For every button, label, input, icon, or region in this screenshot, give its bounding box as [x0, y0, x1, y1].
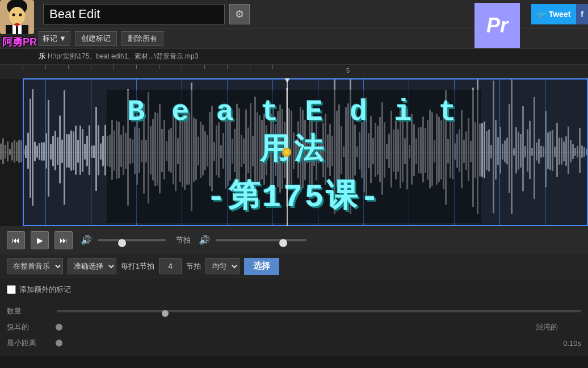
- bottom-section: 数量 悦耳的 混沌的 最小距离 0.10s: [0, 301, 588, 356]
- min-distance-row: 最小距离 0.10s: [7, 338, 581, 348]
- title-input[interactable]: [43, 4, 225, 24]
- mode2-dropdown[interactable]: 准确选择 模糊选择: [68, 258, 116, 274]
- skip-forward-button[interactable]: ⏭: [54, 231, 73, 249]
- beats-per-label: 每打1节拍: [121, 261, 154, 271]
- avatar-image: [0, 0, 34, 34]
- overlay-title: B e a t E d i t用法 -第175课-: [107, 90, 481, 223]
- extra-markers-label: 添加额外的标记: [19, 285, 71, 295]
- premiere-logo: Pr: [474, 3, 520, 48]
- beat-slider[interactable]: [216, 239, 306, 241]
- delete-all-button[interactable]: 删除所有: [121, 31, 163, 46]
- svg-point-2: [9, 7, 25, 25]
- filepath-text: H:\pr实例\175、beat edit\1、素材...\背景音乐.mp3: [48, 52, 198, 61]
- count-slider[interactable]: [57, 310, 581, 312]
- play-button[interactable]: ▶: [31, 231, 49, 249]
- min-distance-label: 最小距离: [7, 338, 52, 348]
- min-distance-dot[interactable]: [56, 340, 62, 346]
- count-slider-row: 数量: [7, 303, 581, 319]
- volume-icon: 🔊: [81, 235, 92, 245]
- beat-volume-icon: 🔊: [199, 235, 210, 245]
- select-button[interactable]: 选择: [244, 258, 279, 275]
- beat-label: 节拍: [176, 235, 191, 245]
- social-area: 🐦 Tweet f: [531, 0, 588, 28]
- beat-dot: [282, 148, 291, 157]
- tweet-button[interactable]: 🐦 Tweet: [531, 4, 577, 24]
- beat-marker: [91, 78, 91, 226]
- checkbox-area: 添加额外的标记: [7, 285, 71, 295]
- options-row: 在整首音乐 在选区内 准确选择 模糊选择 每打1节拍 节拍 均匀 随机 选择: [0, 254, 588, 278]
- pleasant-chaotic-row: 悦耳的 混沌的: [7, 322, 581, 332]
- ruler-label-5: 5: [346, 67, 350, 74]
- pleasant-dot[interactable]: [56, 324, 62, 331]
- min-distance-slider-row: 最小距离 0.10s: [7, 335, 581, 351]
- gear-icon: ⚙: [235, 8, 244, 20]
- mode1-dropdown[interactable]: 在整首音乐 在选区内: [7, 258, 63, 274]
- timeline-ruler: 5: [0, 65, 588, 78]
- title-area: ⚙: [43, 4, 250, 24]
- beat-marker: [545, 78, 545, 226]
- count-thumb[interactable]: [162, 310, 169, 317]
- overlay-line1: B e a t E d i t用法: [124, 95, 464, 169]
- music-label: 乐: [39, 52, 45, 61]
- chaotic-label: 混沌的: [536, 322, 581, 332]
- gear-button[interactable]: ⚙: [229, 4, 250, 24]
- svg-rect-6: [12, 25, 16, 34]
- pleasant-slider-row: 悦耳的 混沌的: [7, 319, 581, 335]
- skip-back-button[interactable]: ⏮: [7, 231, 25, 249]
- mode3-dropdown[interactable]: 均匀 随机: [205, 258, 240, 274]
- beat-marker: [45, 78, 46, 226]
- extra-markers-checkbox[interactable]: [7, 285, 16, 294]
- svg-rect-7: [18, 25, 22, 34]
- ayong-label: 阿勇PR: [0, 34, 39, 50]
- beats-value-input[interactable]: [159, 258, 182, 274]
- facebook-button[interactable]: f: [576, 4, 588, 24]
- beat-marker: [499, 78, 500, 226]
- top-bar: ⚙ Pr 🐦 Tweet f: [0, 0, 588, 28]
- premiere-label: Pr: [486, 14, 508, 37]
- facebook-label: f: [581, 10, 583, 19]
- extra-markers-row: 添加额外的标记: [0, 278, 588, 301]
- min-dist-col: 最小距离: [7, 338, 547, 348]
- create-mark-button[interactable]: 创建标记: [75, 31, 117, 46]
- dropdown-arrow-icon: ▼: [59, 34, 66, 43]
- min-dist-value-col: 0.10s: [547, 339, 581, 348]
- tweet-label: Tweet: [549, 10, 571, 19]
- svg-point-3: [12, 14, 15, 16]
- volume-thumb[interactable]: [118, 239, 126, 247]
- waveform-container[interactable]: /* bars rendered via JS below */ B e a t…: [0, 78, 588, 226]
- beat-unit-label: 节拍: [186, 261, 201, 271]
- mark-label: 标记: [43, 34, 57, 44]
- count-label: 数量: [7, 306, 52, 316]
- svg-point-4: [19, 14, 22, 16]
- filepath-row: 乐 H:\pr实例\175、beat edit\1、素材...\背景音乐.mp3: [0, 49, 588, 65]
- mark-dropdown[interactable]: 标记 ▼: [39, 31, 70, 46]
- controls-row: ⏮ ▶ ⏭ 🔊 节拍 🔊: [0, 226, 588, 254]
- pleasant-label: 悦耳的: [7, 322, 52, 332]
- chaotic-col: 混沌的: [536, 322, 581, 332]
- avatar: [0, 0, 34, 34]
- beat-thumb[interactable]: [279, 239, 287, 247]
- pleasant-col: 悦耳的: [7, 322, 536, 332]
- volume-slider[interactable]: [98, 239, 166, 241]
- twitter-icon: 🐦: [537, 10, 547, 19]
- overlay-line2: -第175课-: [124, 174, 464, 218]
- min-distance-value: 0.10s: [547, 339, 581, 348]
